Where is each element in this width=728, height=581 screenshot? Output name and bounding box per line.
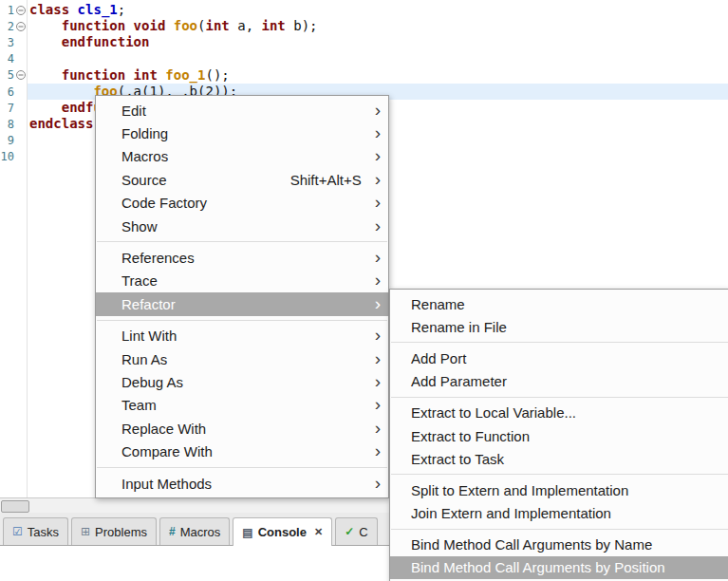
menu-item-shortcut: Shift+Alt+S	[290, 172, 362, 188]
fold-collapse-icon[interactable]	[14, 67, 27, 84]
line-number: 2	[0, 20, 14, 33]
menu-item-team[interactable]: Team›	[96, 394, 388, 417]
code-token: foo_1	[165, 67, 205, 83]
menu-item-label: Lint With	[121, 328, 177, 344]
menu-separator	[391, 342, 728, 343]
menu-item-compare-with[interactable]: Compare With›	[96, 440, 388, 462]
fold-spacer	[14, 34, 27, 50]
fold-spacer	[14, 116, 27, 132]
menu-item-label: Code Factory	[121, 195, 207, 211]
view-tab-c[interactable]: ✓C	[335, 517, 377, 545]
view-tab-label: Console	[258, 525, 307, 539]
close-icon[interactable]: ✕	[314, 526, 323, 538]
editor-context-menu: Edit›Folding›Macros›SourceShift+Alt+S›Co…	[95, 95, 389, 498]
macros-icon: #	[169, 526, 176, 537]
submenu-arrow-icon: ›	[375, 294, 381, 312]
code-line-3[interactable]: endfunction	[28, 34, 728, 50]
submenu-arrow-icon: ›	[375, 419, 381, 437]
menu-item-references[interactable]: References›	[96, 246, 388, 269]
view-tab-label: Macros	[180, 525, 221, 539]
menu-item-input-methods[interactable]: Input Methods›	[96, 472, 388, 495]
view-tab-macros[interactable]: #Macros	[159, 517, 230, 545]
menu-item-label: Debug As	[121, 374, 183, 390]
view-tab-console[interactable]: ▤Console✕	[233, 517, 332, 546]
code-token	[29, 18, 62, 33]
submenu-arrow-icon: ›	[375, 349, 381, 367]
gutter-line-3: 3	[0, 34, 27, 50]
code-line-5[interactable]: function int foo_1();	[28, 67, 728, 84]
line-number: 7	[0, 102, 14, 115]
submenu-item-split-to-extern-and-implementation[interactable]: Split to Extern and Implementation	[390, 478, 728, 501]
line-number: 9	[0, 134, 14, 147]
menu-separator	[391, 397, 728, 398]
code-line-4[interactable]	[28, 51, 728, 67]
gutter-line-4: 4	[0, 51, 27, 67]
submenu-item-rename-in-file[interactable]: Rename in File	[390, 315, 728, 338]
line-number: 10	[0, 150, 14, 163]
menu-item-show[interactable]: Show›	[96, 215, 388, 237]
code-line-2[interactable]: function void foo(int a, int b);	[28, 18, 728, 34]
menu-item-label: Add Port	[411, 350, 466, 366]
code-line-1[interactable]: class cls_1;	[28, 2, 728, 18]
code-token: ();	[205, 67, 229, 83]
view-tab-problems[interactable]: ⊞Problems	[71, 517, 157, 545]
menu-separator	[97, 241, 387, 242]
submenu-arrow-icon: ›	[375, 193, 381, 211]
code-token	[165, 18, 173, 33]
menu-item-label: Input Methods	[121, 476, 212, 492]
submenu-item-extract-to-local-variable[interactable]: Extract to Local Variable...	[390, 402, 728, 424]
code-token: void	[134, 18, 166, 33]
menu-item-trace[interactable]: Trace›	[96, 270, 388, 292]
menu-item-run-as[interactable]: Run As›	[96, 347, 388, 370]
line-number-ruler: 12345678910	[0, 0, 28, 497]
menu-item-label: Compare With	[121, 443, 213, 459]
menu-item-folding[interactable]: Folding›	[96, 122, 388, 144]
menu-item-lint-with[interactable]: Lint With›	[96, 325, 388, 347]
menu-item-replace-with[interactable]: Replace With›	[96, 417, 388, 440]
submenu-item-extract-to-task[interactable]: Extract to Task	[390, 447, 728, 470]
submenu-item-add-port[interactable]: Add Port	[390, 347, 728, 369]
fold-spacer	[14, 84, 27, 100]
tasks-icon: ☑	[12, 526, 23, 537]
scrollbar-thumb[interactable]	[1, 500, 29, 513]
line-number: 5	[0, 68, 14, 82]
submenu-arrow-icon: ›	[375, 474, 381, 492]
menu-item-label: Run As	[121, 351, 167, 367]
fold-collapse-icon[interactable]	[14, 18, 27, 34]
gutter-line-8: 8	[0, 116, 27, 132]
menu-item-code-factory[interactable]: Code Factory›	[96, 192, 388, 215]
menu-item-source[interactable]: SourceShift+Alt+S›	[96, 168, 388, 191]
menu-item-edit[interactable]: Edit›	[96, 99, 388, 122]
code-token	[125, 18, 133, 33]
submenu-item-add-parameter[interactable]: Add Parameter	[390, 370, 728, 393]
menu-item-label: Macros	[121, 148, 168, 164]
code-token: int	[262, 18, 286, 33]
gutter-line-7: 7	[0, 100, 27, 116]
submenu-item-join-extern-and-implementation[interactable]: Join Extern and Implementation	[390, 502, 728, 525]
view-tab-label: C	[359, 525, 367, 539]
menu-item-label: Extract to Local Variable...	[411, 404, 576, 421]
menu-item-label: Extract to Task	[411, 451, 504, 467]
submenu-arrow-icon: ›	[375, 248, 381, 266]
refactor-submenu: RenameRename in FileAdd PortAdd Paramete…	[389, 289, 728, 581]
code-token: endclass	[29, 116, 93, 131]
line-number: 6	[0, 85, 14, 99]
fold-spacer	[14, 133, 27, 149]
fold-collapse-icon[interactable]	[14, 2, 27, 18]
submenu-item-extract-to-function[interactable]: Extract to Function	[390, 424, 728, 447]
menu-item-macros[interactable]: Macros›	[96, 145, 388, 168]
submenu-item-rename[interactable]: Rename	[390, 292, 728, 315]
view-tab-tasks[interactable]: ☑Tasks	[3, 517, 68, 545]
line-number: 8	[0, 118, 14, 131]
submenu-item-bind-method-call-arguments-by-position[interactable]: Bind Method Call Arguments by Position	[390, 556, 728, 579]
menu-item-refactor[interactable]: Refactor›	[96, 292, 388, 315]
code-token: class	[29, 2, 69, 17]
menu-separator	[97, 320, 387, 321]
submenu-item-bind-method-call-arguments-by-name[interactable]: Bind Method Call Arguments by Name	[390, 534, 728, 556]
code-token	[69, 2, 77, 17]
code-token: cls_1	[78, 2, 118, 17]
menu-item-debug-as[interactable]: Debug As›	[96, 370, 388, 393]
code-token: ;	[118, 2, 125, 17]
gutter-line-5: 5	[0, 67, 27, 84]
submenu-arrow-icon: ›	[375, 326, 381, 344]
